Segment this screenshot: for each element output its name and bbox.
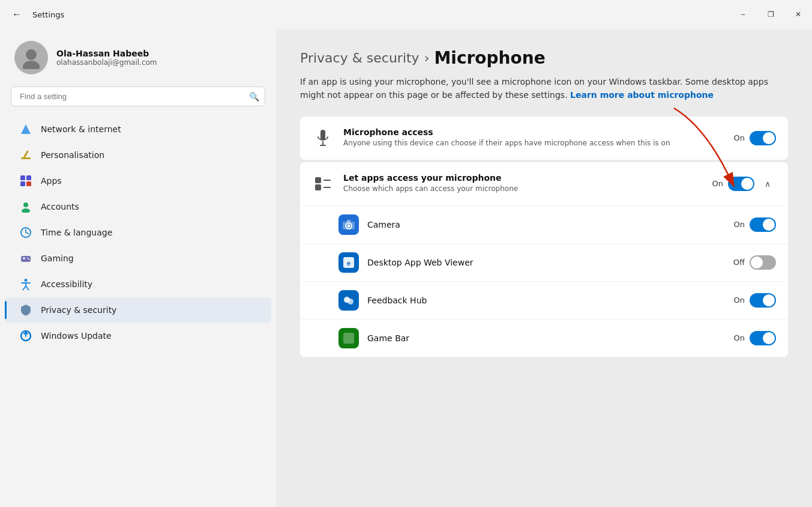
time-language-icon (19, 226, 32, 239)
close-button[interactable]: ✕ (784, 5, 812, 24)
feedback-hub-app-name: Feedback Hub (367, 296, 726, 305)
desktop-web-viewer-app-icon: e (338, 252, 359, 273)
privacy-security-icon (19, 303, 32, 317)
search-input[interactable] (11, 87, 265, 106)
let-apps-section: Let apps access your microphone Choose w… (300, 162, 788, 357)
search-box[interactable]: 🔍 (11, 87, 265, 106)
game-bar-toggle[interactable] (750, 331, 776, 345)
camera-toggle-thumb (763, 219, 775, 231)
svg-rect-4 (23, 150, 29, 159)
sidebar-item-accessibility[interactable]: Accessibility (5, 272, 271, 297)
sidebar-item-time-language[interactable]: Time & language (5, 220, 271, 245)
desktop-web-viewer-toggle[interactable] (750, 255, 776, 270)
sidebar-item-label-gaming: Gaming (41, 253, 74, 263)
learn-more-link[interactable]: Learn more about microphone (570, 90, 714, 100)
svg-rect-24 (315, 184, 321, 190)
titlebar-left: ← Settings (7, 5, 64, 24)
sidebar: Ola-Hassan Habeeb olahassanbolaji@gmail.… (0, 29, 276, 507)
svg-point-10 (22, 208, 30, 213)
game-bar-status: On (734, 333, 745, 342)
sidebar-item-label-time-language: Time & language (41, 228, 112, 237)
let-apps-control: On ∧ (712, 175, 776, 192)
game-bar-app-icon (338, 328, 359, 348)
sidebar-item-personalisation[interactable]: Personalisation (5, 142, 271, 168)
svg-rect-5 (20, 175, 25, 180)
user-profile[interactable]: Ola-Hassan Habeeb olahassanbolaji@gmail.… (0, 29, 276, 87)
feedback-hub-status: On (734, 296, 745, 305)
svg-point-29 (347, 224, 350, 227)
sidebar-item-label-windows-update: Windows Update (41, 331, 112, 341)
camera-toggle[interactable] (750, 217, 776, 232)
camera-app-icon (338, 214, 359, 235)
microphone-access-toggle[interactable] (750, 131, 776, 145)
svg-text:e: e (347, 260, 350, 267)
camera-status: On (734, 220, 745, 229)
sidebar-item-gaming[interactable]: Gaming (5, 246, 271, 271)
breadcrumb: Privacy & security › Microphone (300, 48, 788, 68)
game-bar-app-name: Game Bar (367, 333, 726, 343)
feedback-hub-app-icon (338, 290, 359, 311)
desktop-web-viewer-toggle-track (750, 255, 776, 270)
main-content: Privacy & security › Microphone If an ap… (276, 29, 812, 507)
let-apps-title: Let apps access your microphone (343, 173, 703, 183)
microphone-access-title: Microphone access (343, 127, 724, 137)
svg-rect-7 (20, 181, 25, 186)
personalisation-icon (19, 148, 32, 162)
svg-rect-6 (26, 175, 31, 180)
avatar (14, 41, 48, 74)
page-description: If an app is using your microphone, you'… (300, 75, 768, 102)
app-row-camera: CameraOn (300, 206, 788, 244)
sidebar-item-label-apps: Apps (41, 176, 62, 186)
svg-point-15 (27, 258, 28, 259)
window-controls: − ❐ ✕ (729, 5, 812, 24)
svg-marker-2 (21, 124, 31, 134)
sidebar-item-windows-update[interactable]: Windows Update (5, 323, 271, 348)
let-apps-toggle-track (728, 177, 754, 191)
app-row-game-bar: Game BarOn (300, 320, 788, 357)
svg-rect-20 (320, 130, 325, 141)
svg-point-1 (23, 61, 40, 69)
let-apps-toggle-thumb (741, 178, 753, 190)
breadcrumb-current: Microphone (434, 48, 545, 68)
accessibility-icon (19, 278, 32, 291)
svg-point-16 (28, 259, 29, 260)
apps-icon (19, 174, 32, 187)
windows-update-icon (19, 329, 32, 342)
titlebar: ← Settings − ❐ ✕ (0, 0, 812, 29)
svg-rect-3 (21, 157, 31, 159)
user-avatar-icon (20, 46, 43, 69)
nav-list: Network & internetPersonalisationAppsAcc… (0, 114, 276, 351)
let-apps-expand-button[interactable]: ∧ (759, 175, 776, 192)
back-button[interactable]: ← (7, 5, 26, 24)
feedback-hub-control: On (734, 293, 776, 308)
sidebar-item-label-privacy-security: Privacy & security (41, 305, 116, 315)
app-rows: CameraOneDesktop App Web ViewerOffFeedba… (300, 206, 788, 357)
network-icon (19, 123, 32, 136)
app-title: Settings (32, 10, 64, 19)
sidebar-item-privacy-security[interactable]: Privacy & security (5, 297, 271, 323)
sidebar-item-apps[interactable]: Apps (5, 168, 271, 193)
user-info: Ola-Hassan Habeeb olahassanbolaji@gmail.… (56, 49, 157, 67)
microphone-access-card: Microphone access Anyone using this devi… (300, 117, 788, 160)
desktop-web-viewer-status: Off (733, 258, 745, 267)
svg-point-9 (23, 202, 28, 207)
camera-toggle-track (750, 217, 776, 232)
svg-rect-25 (323, 180, 331, 181)
microphone-access-desc: Anyone using this device can choose if t… (343, 138, 724, 148)
microphone-access-row: Microphone access Anyone using this devi… (300, 117, 788, 160)
app-row-feedback-hub: Feedback HubOn (300, 282, 788, 320)
microphone-access-text: Microphone access Anyone using this devi… (343, 127, 724, 148)
svg-rect-34 (343, 333, 354, 344)
feedback-hub-toggle[interactable] (750, 293, 776, 308)
sidebar-item-network[interactable]: Network & internet (5, 117, 271, 142)
let-apps-toggle[interactable] (728, 177, 754, 191)
svg-rect-14 (23, 257, 25, 260)
microphone-icon (312, 127, 334, 149)
maximize-button[interactable]: ❐ (757, 5, 784, 24)
minimize-button[interactable]: − (729, 5, 757, 24)
feedback-hub-toggle-track (750, 293, 776, 308)
game-bar-toggle-track (750, 331, 776, 345)
accounts-icon (19, 200, 32, 213)
sidebar-item-accounts[interactable]: Accounts (5, 194, 271, 219)
desktop-web-viewer-toggle-thumb (751, 257, 763, 269)
